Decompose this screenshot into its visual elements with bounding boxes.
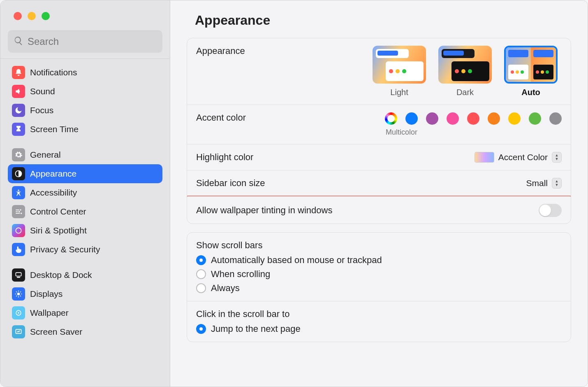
radio-icon bbox=[196, 283, 206, 293]
sidebar-item-label: Notifications bbox=[30, 68, 77, 77]
appearance-card: Appearance Light Dark bbox=[187, 38, 571, 224]
siri-icon bbox=[12, 224, 25, 237]
sidebar-item-appearance[interactable]: Appearance bbox=[8, 164, 162, 183]
sidebar-item-desktop-dock[interactable]: Desktop & Dock bbox=[8, 266, 162, 284]
sidebar-item-screen-time[interactable]: Screen Time bbox=[8, 120, 162, 139]
appearance-option-auto[interactable]: Auto bbox=[504, 46, 558, 97]
appearance-caption: Auto bbox=[521, 88, 540, 97]
updown-icon: ▲▼ bbox=[552, 152, 562, 163]
updown-icon: ▲▼ bbox=[552, 178, 562, 189]
sliders-icon bbox=[12, 205, 25, 218]
sidebar-item-label: Appearance bbox=[30, 169, 76, 179]
scrollbars-radio-group: Automatically based on mouse or trackpad… bbox=[196, 255, 562, 294]
sidebar-item-label: Wallpaper bbox=[30, 308, 69, 318]
sidebar-item-label: Desktop & Dock bbox=[30, 270, 92, 280]
radio-icon bbox=[196, 255, 206, 265]
search-input[interactable] bbox=[28, 36, 157, 47]
sidebar-item-sound[interactable]: Sound bbox=[8, 82, 162, 101]
sidebar-item-label: Screen Saver bbox=[30, 327, 82, 337]
accent-color-graphite[interactable] bbox=[549, 112, 562, 125]
sidebar-item-label: Screen Time bbox=[30, 124, 79, 134]
sidebar-item-control-center[interactable]: Control Center bbox=[8, 202, 162, 221]
sidebar-icon-size-label: Sidebar icon size bbox=[196, 178, 265, 189]
scrollbars-option-when-scrolling[interactable]: When scrolling bbox=[196, 269, 562, 280]
sidebar-item-siri-spotlight[interactable]: Siri & Spotlight bbox=[8, 221, 162, 240]
sidebar-item-displays[interactable]: Displays bbox=[8, 284, 162, 303]
dock-icon bbox=[12, 268, 25, 282]
sidebar-item-label: Focus bbox=[30, 105, 53, 115]
sidebar: Notifications Sound Focus Screen Time Ge… bbox=[0, 0, 170, 387]
appearance-option-dark[interactable]: Dark bbox=[438, 46, 492, 97]
svg-point-5 bbox=[16, 228, 21, 233]
radio-label: Jump to the next page bbox=[211, 324, 301, 334]
sidebar-icon-size-select[interactable]: Small ▲▼ bbox=[526, 178, 562, 189]
appearance-options: Light Dark Auto bbox=[373, 46, 562, 97]
accent-color-red[interactable] bbox=[467, 112, 479, 125]
accent-color-blue[interactable] bbox=[405, 112, 418, 125]
sidebar-item-notifications[interactable]: Notifications bbox=[8, 63, 162, 82]
radio-icon bbox=[196, 269, 206, 279]
sidebar-item-screen-saver[interactable]: Screen Saver bbox=[8, 322, 162, 341]
content-pane: Appearance Appearance Light Dark bbox=[170, 0, 588, 387]
sidebar-item-label: Privacy & Security bbox=[30, 245, 100, 254]
scrollbars-label: Show scroll bars bbox=[196, 240, 562, 251]
sidebar-item-general[interactable]: General bbox=[8, 145, 162, 164]
accent-color-selected-label: Multicolor bbox=[385, 128, 417, 137]
sidebar-item-wallpaper[interactable]: Wallpaper bbox=[8, 303, 162, 322]
appearance-thumb-light bbox=[373, 46, 426, 84]
window-controls bbox=[0, 0, 170, 20]
search-field[interactable] bbox=[8, 30, 162, 53]
sidebar-item-label: Siri & Spotlight bbox=[30, 226, 87, 235]
bell-icon bbox=[12, 66, 25, 79]
svg-point-10 bbox=[18, 312, 19, 313]
radio-icon bbox=[196, 324, 206, 334]
accent-color-yellow[interactable] bbox=[508, 112, 521, 125]
radio-label: Always bbox=[211, 283, 240, 294]
accent-color-purple[interactable] bbox=[426, 112, 438, 125]
sidebar-item-label: General bbox=[30, 150, 61, 160]
svg-point-4 bbox=[21, 213, 22, 214]
sidebar-item-accessibility[interactable]: Accessibility bbox=[8, 183, 162, 202]
wallpaper-tinting-toggle[interactable] bbox=[539, 204, 562, 217]
appearance-thumb-dark bbox=[438, 46, 492, 84]
accent-color-pink[interactable] bbox=[447, 112, 459, 125]
click-scrollbar-radio-group: Jump to the next page bbox=[196, 324, 562, 334]
accent-color-label: Accent color bbox=[196, 112, 246, 123]
click-scrollbar-label: Click in the scroll bar to bbox=[196, 309, 562, 319]
page-title: Appearance bbox=[195, 13, 571, 28]
click-scrollbar-option-jump[interactable]: Jump to the next page bbox=[196, 324, 562, 334]
svg-point-2 bbox=[20, 209, 21, 210]
screensaver-icon bbox=[12, 325, 25, 338]
scrollbars-option-always[interactable]: Always bbox=[196, 283, 562, 294]
highlight-color-value: Accent Color bbox=[498, 152, 548, 162]
svg-point-1 bbox=[18, 190, 19, 191]
sidebar-item-focus[interactable]: Focus bbox=[8, 101, 162, 120]
speaker-icon bbox=[12, 85, 25, 98]
sidebar-item-label: Sound bbox=[30, 86, 55, 96]
accent-color-orange[interactable] bbox=[488, 112, 500, 125]
appearance-label: Appearance bbox=[196, 46, 245, 56]
appearance-option-light[interactable]: Light bbox=[373, 46, 426, 97]
hourglass-icon bbox=[12, 123, 25, 136]
accent-color-green[interactable] bbox=[529, 112, 541, 125]
highlight-color-select[interactable]: Accent Color ▲▼ bbox=[475, 152, 562, 163]
sidebar-icon-size-value: Small bbox=[526, 178, 548, 188]
appearance-thumb-auto bbox=[504, 46, 558, 84]
accent-color-options bbox=[385, 112, 562, 125]
scrollbars-option-auto[interactable]: Automatically based on mouse or trackpad bbox=[196, 255, 562, 266]
fullscreen-window-button[interactable] bbox=[42, 12, 50, 20]
svg-rect-6 bbox=[16, 273, 21, 276]
highlight-color-label: Highlight color bbox=[196, 152, 253, 163]
accent-color-multicolor[interactable] bbox=[385, 112, 397, 125]
svg-point-8 bbox=[17, 293, 20, 296]
appearance-caption: Light bbox=[390, 88, 408, 97]
sidebar-item-privacy-security[interactable]: Privacy & Security bbox=[8, 240, 162, 259]
sidebar-item-label: Accessibility bbox=[30, 188, 77, 198]
close-window-button[interactable] bbox=[14, 12, 22, 20]
radio-label: Automatically based on mouse or trackpad bbox=[211, 255, 382, 266]
wallpaper-icon bbox=[12, 306, 25, 319]
appearance-icon bbox=[12, 167, 25, 180]
minimize-window-button[interactable] bbox=[28, 12, 36, 20]
hand-icon bbox=[12, 243, 25, 256]
wallpaper-tinting-label: Allow wallpaper tinting in windows bbox=[196, 205, 332, 216]
